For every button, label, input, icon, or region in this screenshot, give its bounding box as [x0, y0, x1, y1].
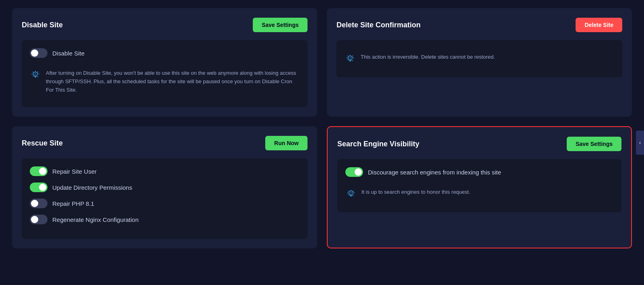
rescue-site-header: Rescue Site Run Now [22, 136, 308, 150]
svg-point-1 [35, 73, 36, 75]
disable-site-body: Disable Site After turning on Disable Si… [22, 40, 308, 107]
search-engine-title: Search Engine Visibility [337, 140, 419, 148]
delete-site-button[interactable]: Delete Site [576, 18, 622, 32]
discourage-search-toggle[interactable] [345, 167, 363, 177]
regenerate-nginx-label: Regenerate Nginx Configuration [52, 216, 138, 223]
delete-site-header: Delete Site Confirmation Delete Site [336, 18, 622, 32]
repair-php-toggle[interactable] [30, 199, 47, 208]
disable-site-toggle[interactable] [30, 48, 47, 58]
rescue-site-body: Repair Site User Update Directory Permis… [22, 158, 308, 239]
repair-site-user-toggle[interactable] [30, 166, 47, 176]
disable-site-info-row: After turning on Disable Site, you won't… [30, 64, 299, 99]
rescue-site-card: Rescue Site Run Now Repair Site User Upd… [12, 126, 317, 248]
bulb-icon [30, 69, 41, 80]
save-settings-button-search[interactable]: Save Settings [567, 137, 621, 151]
bulb-icon-delete [345, 53, 356, 64]
delete-site-info-row: This action is irreversible. Delete site… [345, 48, 614, 69]
search-engine-body: Discourage search engines from indexing … [337, 159, 621, 212]
update-dir-permissions-row: Update Directory Permissions [30, 182, 299, 192]
svg-point-5 [350, 192, 352, 194]
delete-site-card: Delete Site Confirmation Delete Site Thi… [327, 8, 632, 117]
repair-php-row: Repair PHP 8.1 [30, 199, 299, 208]
update-dir-permissions-toggle[interactable] [30, 182, 47, 192]
svg-point-3 [349, 57, 351, 59]
delete-site-body: This action is irreversible. Delete site… [336, 40, 622, 77]
disable-site-info-text: After turning on Disable Site, you won't… [46, 69, 299, 94]
disable-site-toggle-label: Disable Site [52, 50, 85, 57]
disable-site-header: Disable Site Save Settings [22, 18, 308, 32]
rescue-site-title: Rescue Site [22, 139, 63, 148]
repair-php-label: Repair PHP 8.1 [52, 200, 94, 207]
update-dir-permissions-label: Update Directory Permissions [52, 184, 132, 191]
search-engine-info-row: It is up to search engines to honor this… [345, 183, 613, 204]
bulb-icon-search [345, 188, 357, 199]
discourage-search-label: Discourage search engines from indexing … [368, 169, 501, 176]
regenerate-nginx-toggle[interactable] [30, 215, 47, 224]
sidebar-toggle-button[interactable]: ‹ [636, 131, 644, 155]
search-engine-card: Search Engine Visibility Save Settings D… [327, 126, 632, 248]
run-now-button[interactable]: Run Now [265, 136, 308, 150]
search-engine-info-text: It is up to search engines to honor this… [361, 188, 470, 197]
chevron-left-icon: ‹ [639, 140, 641, 146]
disable-site-title: Disable Site [22, 21, 63, 29]
discourage-search-row: Discourage search engines from indexing … [345, 167, 613, 177]
repair-site-user-label: Repair Site User [52, 168, 97, 175]
delete-site-title: Delete Site Confirmation [336, 21, 421, 29]
search-engine-header: Search Engine Visibility Save Settings [337, 137, 621, 151]
regenerate-nginx-row: Regenerate Nginx Configuration [30, 215, 299, 224]
disable-site-toggle-row: Disable Site [30, 48, 299, 58]
repair-site-user-row: Repair Site User [30, 166, 299, 176]
save-settings-button-disable[interactable]: Save Settings [253, 18, 308, 32]
disable-site-card: Disable Site Save Settings Disable Site … [12, 8, 317, 117]
delete-site-info-text: This action is irreversible. Delete site… [361, 53, 495, 62]
